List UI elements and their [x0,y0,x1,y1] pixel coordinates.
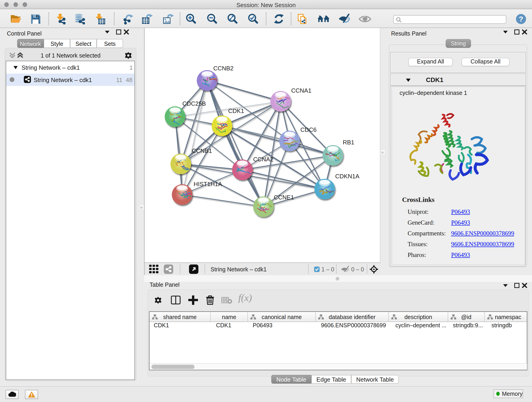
svg-text:CCNA1: CCNA1 [291,87,311,94]
svg-text:CCNB1: CCNB1 [192,147,212,154]
svg-text:CCNB2: CCNB2 [213,65,234,72]
svg-text:CDC6: CDC6 [300,126,317,133]
svg-text:HIST1H1A: HIST1H1A [194,181,222,187]
svg-text:CCNE1: CCNE1 [274,194,294,201]
svg-text:RB1: RB1 [343,139,355,146]
svg-text:CDC25B: CDC25B [182,100,206,107]
svg-text:CDK1: CDK1 [228,108,244,114]
svg-text:?: ? [519,15,523,23]
svg-text:CDKN1A: CDKN1A [335,173,360,180]
svg-text:CCNA2: CCNA2 [253,156,273,163]
